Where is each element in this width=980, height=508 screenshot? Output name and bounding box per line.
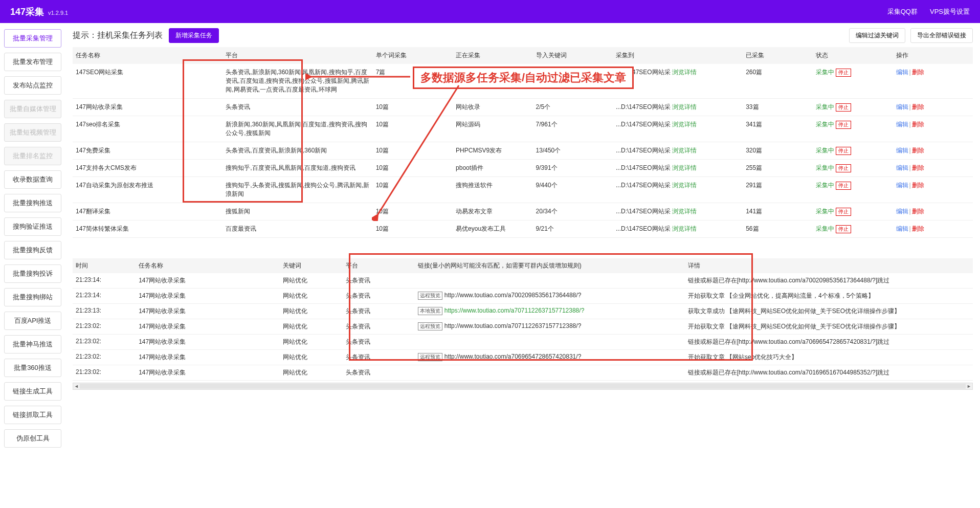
stop-button[interactable]: 停止 [836,69,851,77]
task-status: 采集中 停止 [813,99,893,116]
table-row: 147支持各大CMS发布搜狗知乎,百度资讯,凤凰新闻,百度知道,搜狗资讯10篇p… [73,160,973,177]
sidebar-item-13[interactable]: 批量神马推送 [4,335,61,354]
log-link-cell [415,365,685,381]
filter-keywords-button[interactable]: 编辑过滤关键词 [849,28,905,43]
delete-link[interactable]: 删除 [912,208,924,215]
sidebar-item-14[interactable]: 批量360推送 [4,359,61,377]
log-keyword: 网站优化 [280,273,343,289]
preview-badge[interactable]: 远程预览 [418,353,442,361]
delete-link[interactable]: 删除 [912,103,924,111]
log-link[interactable]: http://www.toutiao.com/a7069654728657420… [444,353,582,360]
sidebar-item-7[interactable]: 批量搜狗推送 [4,194,61,212]
sidebar-item-8[interactable]: 搜狗验证推送 [4,217,61,236]
header-link-qq[interactable]: 采集QQ群 [887,7,918,16]
browse-link[interactable]: 浏览详情 [672,208,697,215]
task-done: 320篇 [743,142,813,160]
delete-link[interactable]: 删除 [912,225,924,232]
main-content: 提示：挂机采集任务列表 新增采集任务 编辑过滤关键词 导出全部错误链接 任务名称… [65,23,980,459]
log-task: 147网站收录采集 [136,273,280,289]
log-detail: 链接或标题已存在[http://www.toutiao.com/a7016965… [685,365,973,381]
log-detail: 开始获取文章 【网站seo优化技巧大全】 [685,350,973,365]
task-platform: 头条资讯,新浪新闻,360新闻,凤凰新闻,搜狗知乎,百度资讯,百度知道,搜狗资讯… [222,64,372,99]
log-col-0: 时间 [73,258,136,273]
stop-button[interactable]: 停止 [836,147,851,155]
stop-button[interactable]: 停止 [836,121,851,129]
task-word: 7篇 [373,64,453,99]
task-dest: ...D:\147SEO网站采 浏览详情 [613,160,743,177]
edit-link[interactable]: 编辑 [896,121,908,128]
preview-badge[interactable]: 本地预览 [418,307,442,315]
browse-link[interactable]: 浏览详情 [672,103,697,111]
sidebar-item-17[interactable]: 伪原创工具 [4,429,61,448]
edit-link[interactable]: 编辑 [896,225,908,232]
task-name: 147自动采集为原创发布推送 [73,177,222,203]
edit-link[interactable]: 编辑 [896,103,908,111]
log-task: 147网站收录采集 [136,319,280,335]
task-actions: 编辑|删除 [893,116,973,142]
preview-badge[interactable]: 远程预览 [418,322,442,330]
task-imported: 7/961个 [533,116,613,142]
task-actions: 编辑|删除 [893,203,973,220]
edit-link[interactable]: 编辑 [896,147,908,154]
delete-link[interactable]: 删除 [912,121,924,128]
delete-link[interactable]: 删除 [912,182,924,189]
log-task: 147网站收录采集 [136,289,280,304]
task-status: 采集中 停止 [813,203,893,220]
browse-link[interactable]: 浏览详情 [672,121,697,128]
task-word: 10篇 [373,177,453,203]
log-link-cell: 远程预览http://www.toutiao.com/a707112263715… [415,319,685,335]
task-platform: 搜狐新闻 [222,203,372,220]
task-imported: 2/5个 [533,99,613,116]
stop-button[interactable]: 停止 [836,103,851,112]
sidebar-item-2[interactable]: 发布站点监控 [4,76,61,95]
stop-button[interactable]: 停止 [836,182,851,190]
sidebar-item-11[interactable]: 批量搜狗绑站 [4,288,61,306]
stop-button[interactable]: 停止 [836,225,851,233]
sidebar-item-12[interactable]: 百度API推送 [4,312,61,330]
delete-link[interactable]: 删除 [912,147,924,154]
task-done: 260篇 [743,64,813,99]
browse-link[interactable]: 浏览详情 [672,225,697,232]
edit-link[interactable]: 编辑 [896,69,908,76]
sidebar-item-16[interactable]: 链接抓取工具 [4,406,61,424]
delete-link[interactable]: 删除 [912,164,924,171]
log-link[interactable]: http://www.toutiao.com/a7071122637157712… [444,322,582,329]
task-col-1: 平台 [222,47,372,64]
horizontal-scrollbar[interactable]: ◄ ► [73,383,973,390]
task-status: 采集中 停止 [813,160,893,177]
task-dest: ...D:\147SEO网站采 浏览详情 [613,99,743,116]
log-keyword: 网站优化 [280,335,343,350]
stop-button[interactable]: 停止 [836,208,851,216]
browse-link[interactable]: 浏览详情 [672,147,697,154]
browse-link[interactable]: 浏览详情 [672,69,697,76]
sidebar-item-9[interactable]: 批量搜狗反馈 [4,241,61,259]
browse-link[interactable]: 浏览详情 [672,164,697,171]
task-col-7: 状态 [813,47,893,64]
sidebar-item-6[interactable]: 收录数据查询 [4,170,61,189]
sidebar-item-1[interactable]: 批量发布管理 [4,53,61,71]
page-title: 提示：挂机采集任务列表 [73,30,163,41]
log-link[interactable]: http://www.toutiao.com/a7002098535617364… [444,292,582,299]
sidebar-item-10[interactable]: 批量搜狗投诉 [4,264,61,283]
sidebar-item-0[interactable]: 批量采集管理 [4,29,61,48]
edit-link[interactable]: 编辑 [896,182,908,189]
browse-link[interactable]: 浏览详情 [672,182,697,189]
stop-button[interactable]: 停止 [836,164,851,172]
log-link-cell: 本地预览https://www.toutiao.com/a70711226371… [415,304,685,319]
sidebar-item-15[interactable]: 链接生成工具 [4,382,61,401]
scroll-left-icon[interactable]: ◄ [74,384,79,389]
log-keyword: 网站优化 [280,304,343,319]
edit-link[interactable]: 编辑 [896,164,908,171]
new-task-button[interactable]: 新增采集任务 [169,28,219,43]
export-errors-button[interactable]: 导出全部错误链接 [910,28,973,43]
scroll-right-icon[interactable]: ► [967,384,971,389]
header-link-vps[interactable]: VPS拨号设置 [930,7,970,16]
delete-link[interactable]: 删除 [912,69,924,76]
log-row: 21:23:13:147网站收录采集网站优化头条资讯本地预览https://ww… [73,304,973,319]
edit-link[interactable]: 编辑 [896,208,908,215]
log-link-cell: 远程预览http://www.toutiao.com/a706965472865… [415,350,685,365]
log-link[interactable]: https://www.toutiao.com/a707112263715771… [444,307,585,314]
log-platform: 头条资讯 [343,304,415,319]
task-current: 网站收录 [453,99,532,116]
preview-badge[interactable]: 远程预览 [418,292,442,300]
